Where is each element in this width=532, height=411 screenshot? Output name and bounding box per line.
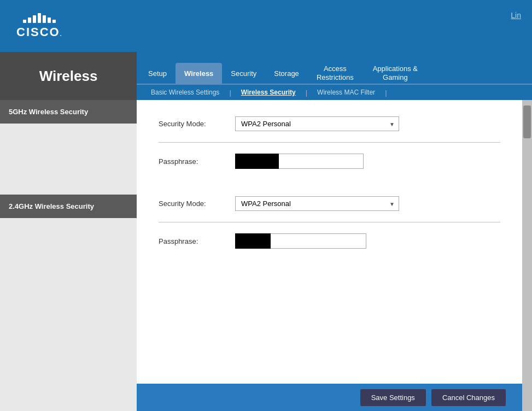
- bar6: [48, 17, 51, 23]
- left-sidebar: 5GHz Wireless Security 2.4GHz Wireless S…: [0, 100, 137, 411]
- sub-tabs: Basic Wireless Settings | Wireless Secur…: [137, 84, 532, 100]
- 24ghz-passphrase-hidden: [235, 233, 271, 249]
- cisco-dot: .: [60, 31, 63, 37]
- bar5: [43, 15, 46, 23]
- 24ghz-passphrase-field-group: [235, 233, 500, 249]
- tab-access-restrictions[interactable]: Access Restrictions: [308, 63, 363, 84]
- sub-tab-basic[interactable]: Basic Wireless Settings: [142, 86, 228, 98]
- linksys-link[interactable]: Lin: [511, 11, 521, 20]
- bar3: [33, 15, 36, 23]
- 24ghz-security-mode-wrapper: Disabled WPA Personal WPA2 Personal WPA …: [235, 196, 399, 211]
- sidebar-title: Wireless: [39, 68, 98, 85]
- action-bar: Save Settings Cancel Changes: [137, 384, 522, 411]
- sub-tab-wireless-security[interactable]: Wireless Security: [232, 86, 305, 98]
- 24ghz-security-mode-row: Security Mode: Disabled WPA Personal WPA…: [159, 196, 500, 211]
- cisco-bars-icon: [23, 13, 56, 23]
- cisco-logo: CISCO.: [16, 13, 62, 39]
- nav-tabs-container: Setup Wireless Security Storage Access R…: [137, 52, 532, 100]
- content-panel: Security Mode: Disabled WPA Personal WPA…: [137, 100, 522, 411]
- sidebar-section-label: Wireless: [0, 52, 137, 100]
- 5ghz-form-section: Security Mode: Disabled WPA Personal WPA…: [137, 100, 522, 191]
- tab-security[interactable]: Security: [222, 63, 265, 84]
- 24ghz-security-mode-select[interactable]: Disabled WPA Personal WPA2 Personal WPA …: [235, 196, 399, 211]
- nav-area: Wireless Setup Wireless Security Storage…: [0, 52, 532, 100]
- 24ghz-security-mode-control: Disabled WPA Personal WPA2 Personal WPA …: [235, 196, 500, 211]
- sub-tab-mac-filter[interactable]: Wireless MAC Filter: [308, 86, 384, 98]
- 5ghz-passphrase-hidden: [235, 154, 279, 169]
- page-root: CISCO. Lin Wireless Setup Wireless Secur…: [0, 0, 532, 411]
- scrollbar-thumb[interactable]: [523, 105, 531, 138]
- 5ghz-passphrase-control: [235, 154, 500, 169]
- bar7: [52, 20, 56, 23]
- bar1: [23, 20, 26, 23]
- 5ghz-security-mode-row: Security Mode: Disabled WPA Personal WPA…: [159, 116, 500, 131]
- header: CISCO. Lin: [0, 0, 532, 52]
- 5ghz-passphrase-row: Passphrase:: [159, 154, 500, 169]
- 24ghz-divider: [159, 222, 500, 222]
- 24ghz-passphrase-label: Passphrase:: [159, 237, 235, 245]
- save-settings-button[interactable]: Save Settings: [360, 389, 426, 406]
- 5ghz-section-header: 5GHz Wireless Security: [0, 100, 137, 124]
- scrollbar[interactable]: [522, 100, 532, 411]
- 5ghz-security-mode-control: Disabled WPA Personal WPA2 Personal WPA …: [235, 116, 500, 131]
- main-area: Wireless Setup Wireless Security Storage…: [0, 52, 532, 411]
- 24ghz-section-spacer: [0, 218, 137, 289]
- 5ghz-passphrase-input[interactable]: [279, 154, 364, 169]
- 24ghz-passphrase-input[interactable]: [271, 233, 366, 249]
- 5ghz-security-mode-wrapper: Disabled WPA Personal WPA2 Personal WPA …: [235, 116, 399, 131]
- 5ghz-security-mode-label: Security Mode:: [159, 120, 235, 128]
- content-layout: 5GHz Wireless Security 2.4GHz Wireless S…: [0, 100, 532, 411]
- tab-wireless[interactable]: Wireless: [176, 63, 222, 84]
- bar4: [38, 13, 41, 23]
- 5ghz-passphrase-field-group: [235, 154, 500, 169]
- 5ghz-security-mode-select[interactable]: Disabled WPA Personal WPA2 Personal WPA …: [235, 116, 399, 131]
- bar2: [28, 17, 31, 23]
- tab-setup[interactable]: Setup: [139, 63, 176, 84]
- tab-storage[interactable]: Storage: [265, 63, 308, 84]
- sub-tab-sep-2: |: [305, 89, 308, 97]
- tab-apps-gaming[interactable]: Applications & Gaming: [363, 63, 428, 84]
- 5ghz-section-spacer: [0, 124, 137, 195]
- 24ghz-form-section: Security Mode: Disabled WPA Personal WPA…: [137, 191, 522, 271]
- 24ghz-passphrase-row: Passphrase:: [159, 233, 500, 249]
- cisco-text: CISCO.: [16, 25, 62, 39]
- bottom-padding: [137, 271, 522, 303]
- cancel-changes-button[interactable]: Cancel Changes: [431, 389, 506, 406]
- nav-tabs: Setup Wireless Security Storage Access R…: [137, 52, 532, 84]
- 24ghz-passphrase-control: [235, 233, 500, 249]
- sub-tab-sep-1: |: [228, 89, 232, 97]
- 5ghz-divider: [159, 142, 500, 143]
- sub-tab-sep-3: |: [384, 89, 388, 97]
- 24ghz-security-mode-label: Security Mode:: [159, 199, 235, 208]
- 24ghz-section-header: 2.4GHz Wireless Security: [0, 195, 137, 218]
- 5ghz-passphrase-label: Passphrase:: [159, 157, 235, 166]
